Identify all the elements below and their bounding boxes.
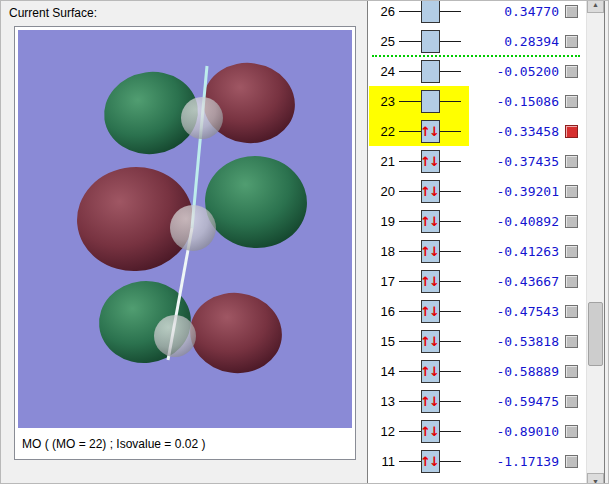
mo-checkbox[interactable]	[565, 425, 578, 438]
orbital-lobe-red-bottom	[185, 287, 287, 379]
mo-orbital-icon: ↑↓	[397, 146, 463, 176]
mo-checkbox[interactable]	[565, 215, 578, 228]
mo-checkbox[interactable]	[565, 245, 578, 258]
mo-energy-value: -0.58889	[469, 364, 565, 379]
mo-row-left: 17 ↑↓	[369, 266, 469, 296]
mo-orbital-icon: ↑↓	[397, 236, 463, 266]
mo-orbital-box[interactable]: ↑↓	[421, 210, 440, 233]
scrollbar-thumb[interactable]	[588, 302, 603, 366]
mo-orbital-box[interactable]: ↑↓	[421, 270, 440, 293]
mo-row[interactable]: 22 ↑↓ -0.33458	[369, 116, 586, 146]
mo-orbital-icon: ↑↓	[397, 266, 463, 296]
mo-energy-value: 0.34770	[469, 4, 565, 19]
mo-orbital-box[interactable]	[421, 60, 440, 83]
mo-row-left: 16 ↑↓	[369, 296, 469, 326]
mo-number: 21	[371, 154, 395, 169]
atom-sphere-top	[181, 97, 223, 139]
mo-row[interactable]: 13 ↑↓ -0.59475	[369, 386, 586, 416]
scrollbar[interactable]: ▲ ▼	[586, 0, 604, 484]
electron-arrows-icon: ↑↓	[420, 215, 438, 228]
mo-number: 26	[371, 4, 395, 19]
mo-checkbox[interactable]	[565, 35, 578, 48]
mo-orbital-box[interactable]: ↑↓	[421, 180, 440, 203]
mo-energy-value: -0.05200	[469, 64, 565, 79]
mo-checkbox[interactable]	[565, 125, 578, 138]
mo-orbital-box[interactable]	[421, 30, 440, 53]
mo-energy-value: -0.89010	[469, 424, 565, 439]
mo-energy-value: -0.47543	[469, 304, 565, 319]
mo-row[interactable]: 17 ↑↓ -0.43667	[369, 266, 586, 296]
mo-checkbox[interactable]	[565, 65, 578, 78]
mo-checkbox[interactable]	[565, 185, 578, 198]
mo-row[interactable]: 14 ↑↓ -0.58889	[369, 356, 586, 386]
bond-axis-line	[192, 66, 207, 228]
mo-orbital-icon	[397, 26, 463, 56]
mo-number: 12	[371, 424, 395, 439]
mo-orbital-icon: ↑↓	[397, 326, 463, 356]
mo-row[interactable]: 18 ↑↓ -0.41263	[369, 236, 586, 266]
mo-orbital-box[interactable]: ↑↓	[421, 150, 440, 173]
mo-checkbox[interactable]	[565, 365, 578, 378]
mo-checkbox[interactable]	[565, 95, 578, 108]
electron-arrows-icon: ↑↓	[420, 155, 438, 168]
mo-row[interactable]: 20 ↑↓ -0.39201	[369, 176, 586, 206]
electron-arrows-icon: ↑↓	[420, 275, 438, 288]
mo-row-left: 12 ↑↓	[369, 416, 469, 446]
mo-energy-value: -0.37435	[469, 154, 565, 169]
electron-arrows-icon: ↑↓	[420, 125, 438, 138]
mo-row[interactable]: 21 ↑↓ -0.37435	[369, 146, 586, 176]
mo-row[interactable]: 16 ↑↓ -0.47543	[369, 296, 586, 326]
mo-checkbox[interactable]	[565, 155, 578, 168]
mo-orbital-icon	[397, 56, 463, 86]
atom-sphere-bottom	[154, 315, 196, 357]
mo-number: 22	[371, 124, 395, 139]
mo-orbital-box[interactable]	[421, 90, 440, 113]
mo-row[interactable]: 25 0.28394	[369, 26, 586, 56]
mo-checkbox[interactable]	[565, 5, 578, 18]
mo-orbital-box[interactable]: ↑↓	[421, 300, 440, 323]
mo-row[interactable]: 12 ↑↓ -0.89010	[369, 416, 586, 446]
mo-row-left: 15 ↑↓	[369, 326, 469, 356]
mo-checkbox[interactable]	[565, 395, 578, 408]
mo-checkbox[interactable]	[565, 275, 578, 288]
mo-orbital-box[interactable]: ↑↓	[421, 420, 440, 443]
mo-orbital-box[interactable]: ↑↓	[421, 120, 440, 143]
mo-row-left: 19 ↑↓	[369, 206, 469, 236]
mo-number: 19	[371, 214, 395, 229]
mo-orbital-icon: ↑↓	[397, 176, 463, 206]
mo-orbital-icon: ↑↓	[397, 386, 463, 416]
mo-row[interactable]: 15 ↑↓ -0.53818	[369, 326, 586, 356]
scroll-down-button[interactable]: ▼	[587, 473, 604, 484]
current-surface-label: Current Surface:	[9, 6, 97, 20]
mo-orbital-icon: ↑↓	[397, 356, 463, 386]
mo-checkbox[interactable]	[565, 305, 578, 318]
mo-number: 25	[371, 34, 395, 49]
mo-row-left: 21 ↑↓	[369, 146, 469, 176]
mo-orbital-box[interactable]: ↑↓	[421, 330, 440, 353]
mo-number: 13	[371, 394, 395, 409]
scroll-up-button[interactable]: ▲	[587, 0, 604, 13]
mo-row[interactable]: 23 -0.15086	[369, 86, 586, 116]
mo-row-left: 26	[369, 0, 469, 26]
mo-number: 18	[371, 244, 395, 259]
orbital-viewport[interactable]	[18, 30, 352, 428]
mo-orbital-box[interactable]: ↑↓	[421, 360, 440, 383]
mo-energy-value: -0.40892	[469, 214, 565, 229]
electron-arrows-icon: ↑↓	[420, 425, 438, 438]
mo-row-left: 13 ↑↓	[369, 386, 469, 416]
mo-row[interactable]: 26 0.34770	[369, 0, 586, 26]
mo-row[interactable]: 24 -0.05200	[369, 56, 586, 86]
mo-row-left: 24	[369, 56, 469, 86]
mo-checkbox[interactable]	[565, 455, 578, 468]
mo-row[interactable]: 19 ↑↓ -0.40892	[369, 206, 586, 236]
mo-orbital-box[interactable]: ↑↓	[421, 390, 440, 413]
mo-orbital-box[interactable]: ↑↓	[421, 240, 440, 263]
mo-checkbox[interactable]	[565, 335, 578, 348]
electron-arrows-icon: ↑↓	[420, 455, 438, 468]
mo-orbital-box[interactable]: ↑↓	[421, 450, 440, 473]
mo-row-left: 18 ↑↓	[369, 236, 469, 266]
surface-panel: MO ( (MO = 22) ; Isovalue = 0.02 )	[14, 26, 356, 460]
mo-energy-value: -0.41263	[469, 244, 565, 259]
mo-orbital-box[interactable]	[421, 0, 440, 23]
mo-row[interactable]: 11 ↑↓ -1.17139	[369, 446, 586, 476]
